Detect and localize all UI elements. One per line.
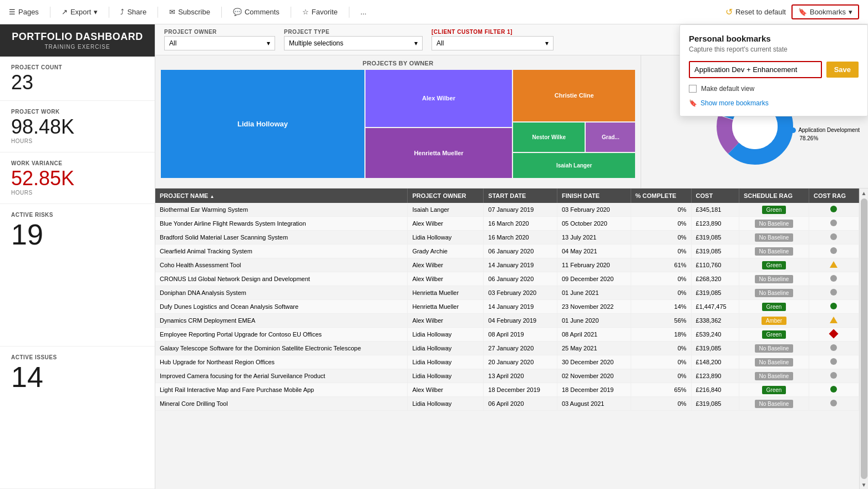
bookmark-name-input[interactable] xyxy=(689,61,822,78)
pages-nav-item[interactable]: ☰ Pages xyxy=(9,8,39,16)
cell-project-owner: Lidia Holloway xyxy=(408,397,484,411)
cell-cost-rag xyxy=(809,203,859,217)
scroll-up-button[interactable]: ▲ xyxy=(860,189,869,197)
top-nav: ☰ Pages ↗ Export ▾ ⤴ Share ✉ Subscribe 💬… xyxy=(0,0,868,24)
client-custom-filter: [CLIENT CUSTOM FILTER 1] All ▾ xyxy=(432,29,554,50)
cell-schedule-rag: Green xyxy=(739,383,809,397)
col-schedule-rag[interactable]: SCHEDULE RAG xyxy=(739,189,809,203)
cell-start-date: 04 February 2019 xyxy=(484,314,557,328)
cell-cost: £319,085 xyxy=(691,286,739,300)
cell-project-name: Coho Health Assessment Tool xyxy=(155,258,408,272)
treemap-alex[interactable]: Alex Wilber xyxy=(366,70,512,127)
reset-icon: ↺ xyxy=(725,7,733,17)
table-row: Mineral Core Drilling Tool Lidia Hollowa… xyxy=(155,397,859,411)
table-row: Blue Yonder Airline Flight Rewards Syste… xyxy=(155,217,859,231)
project-type-select[interactable]: Multiple selections ▾ xyxy=(284,36,423,50)
nav-separator-3 xyxy=(158,7,158,18)
cell-cost: £319,085 xyxy=(691,231,739,244)
nav-separator-4 xyxy=(221,7,222,18)
cell-schedule-rag: Amber xyxy=(739,314,809,328)
cell-cost-rag xyxy=(809,355,859,369)
export-chevron-icon: ▾ xyxy=(94,8,98,16)
treemap-nestor[interactable]: Nestor Wilke xyxy=(513,123,585,152)
cell-pct-complete: 0% xyxy=(631,369,691,383)
subscribe-icon: ✉ xyxy=(169,8,175,16)
table-row: Light Rail Interactive Map and Fare Purc… xyxy=(155,383,859,397)
project-work-label: PROJECT WORK xyxy=(11,109,144,115)
cell-cost: £148,200 xyxy=(691,355,739,369)
cell-cost-rag xyxy=(809,272,859,286)
table-area[interactable]: PROJECT NAME ▲ PROJECT OWNER START DATE … xyxy=(155,189,859,489)
star-icon: ☆ xyxy=(302,8,309,16)
treemap-isaiah[interactable]: Isaiah Langer xyxy=(513,153,635,178)
more-nav-item[interactable]: ... xyxy=(361,8,367,16)
cell-pct-complete: 0% xyxy=(631,342,691,355)
table-row: Hub Upgrade for Northeast Region Offices… xyxy=(155,355,859,369)
client-custom-select[interactable]: All ▾ xyxy=(432,36,554,50)
left-sidebar: PORTFOLIO DASHBOARD TRAINING EXERCISE PR… xyxy=(0,24,155,489)
cell-start-date: 16 March 2020 xyxy=(484,217,557,231)
cell-project-owner: Alex Wilber xyxy=(408,217,484,231)
cell-cost: £1,447,475 xyxy=(691,300,739,314)
select-chevron-icon: ▾ xyxy=(267,39,270,47)
portfolio-header: PORTFOLIO DASHBOARD TRAINING EXERCISE xyxy=(0,24,155,57)
cell-finish-date: 18 December 2019 xyxy=(557,383,631,397)
cell-project-name: CRONUS Ltd Global Network Design and Dev… xyxy=(155,272,408,286)
work-variance-value: 52.85K xyxy=(11,169,144,189)
col-start-date[interactable]: START DATE xyxy=(484,189,557,203)
active-risks-label: ACTIVE RISKS xyxy=(11,212,144,218)
make-default-checkbox[interactable] xyxy=(689,85,697,93)
treemap-christie[interactable]: Christie Cline xyxy=(513,70,635,121)
cell-pct-complete: 0% xyxy=(631,397,691,411)
cell-cost-rag xyxy=(809,300,859,314)
export-icon: ↗ xyxy=(62,8,68,16)
share-nav-item[interactable]: ⤴ Share xyxy=(120,8,146,16)
favorite-nav-item[interactable]: ☆ Favorite xyxy=(302,8,338,16)
cell-cost-rag xyxy=(809,217,859,231)
subscribe-nav-item[interactable]: ✉ Subscribe xyxy=(169,8,210,16)
table-row: Bradford Solid Material Laser Scanning S… xyxy=(155,231,859,244)
work-variance-card: WORK VARIANCE 52.85K HOURS xyxy=(0,152,155,204)
col-pct-complete[interactable]: % COMPLETE xyxy=(631,189,691,203)
col-cost[interactable]: COST xyxy=(691,189,739,203)
cell-project-owner: Grady Archie xyxy=(408,244,484,258)
cell-finish-date: 30 December 2020 xyxy=(557,355,631,369)
col-project-owner[interactable]: PROJECT OWNER xyxy=(408,189,484,203)
cell-finish-date: 09 December 2020 xyxy=(557,272,631,286)
show-more-bookmarks-link[interactable]: 🔖 Show more bookmarks xyxy=(689,99,859,107)
cell-cost: £338,362 xyxy=(691,314,739,328)
work-variance-label: WORK VARIANCE xyxy=(11,160,144,166)
col-finish-date[interactable]: FINISH DATE xyxy=(557,189,631,203)
client-custom-filter-label: [CLIENT CUSTOM FILTER 1] xyxy=(432,29,554,35)
bookmarks-button[interactable]: 🔖 Bookmarks ▾ xyxy=(791,4,859,19)
treemap-grad[interactable]: Grad... xyxy=(586,123,635,152)
scroll-thumb[interactable] xyxy=(861,198,867,479)
treemap-henrietta[interactable]: Henrietta Mueller xyxy=(366,128,512,178)
cell-cost: £319,085 xyxy=(691,244,739,258)
export-nav-item[interactable]: ↗ Export ▾ xyxy=(62,8,98,16)
nav-separator-5 xyxy=(291,7,291,18)
treemap-lidia[interactable]: Lidia Holloway xyxy=(161,70,364,178)
cell-pct-complete: 65% xyxy=(631,383,691,397)
reset-to-default-button[interactable]: ↺ Reset to default xyxy=(725,7,786,17)
cell-finish-date: 08 April 2021 xyxy=(557,328,631,342)
cell-schedule-rag: Green xyxy=(739,300,809,314)
bookmark-icon: 🔖 xyxy=(798,8,807,16)
cell-schedule-rag: No Baseline xyxy=(739,244,809,258)
cell-project-name: Dynamics CRM Deployment EMEA xyxy=(155,314,408,328)
cell-project-name: Improved Camera focusing for the Aerial … xyxy=(155,369,408,383)
cell-cost: £319,085 xyxy=(691,397,739,411)
project-owner-filter: PROJECT OWNER All ▾ xyxy=(164,29,275,50)
comments-nav-item[interactable]: 💬 Comments xyxy=(233,8,280,16)
cell-project-owner: Lidia Holloway xyxy=(408,369,484,383)
bookmark-save-button[interactable]: Save xyxy=(826,62,859,78)
scroll-indicator[interactable]: ▲ ▼ xyxy=(859,189,868,489)
project-owner-select[interactable]: All ▾ xyxy=(164,36,275,50)
col-cost-rag[interactable]: COST RAG xyxy=(809,189,859,203)
cell-cost-rag xyxy=(809,397,859,411)
cell-start-date: 07 January 2019 xyxy=(484,203,557,217)
cell-project-name: Bradford Solid Material Laser Scanning S… xyxy=(155,231,408,244)
scroll-down-button[interactable]: ▼ xyxy=(860,480,869,489)
cell-project-name: Hub Upgrade for Northeast Region Offices xyxy=(155,355,408,369)
col-project-name[interactable]: PROJECT NAME ▲ xyxy=(155,189,408,203)
